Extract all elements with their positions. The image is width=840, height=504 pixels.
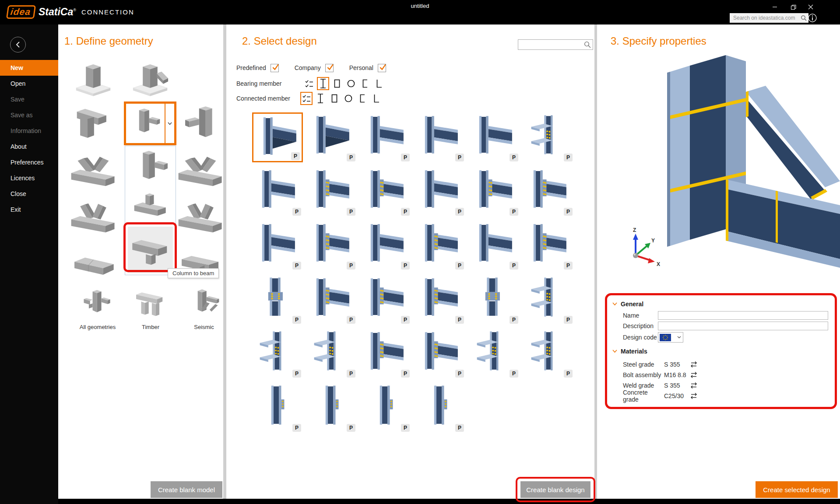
geometry-item-timber[interactable]: Timber (128, 287, 173, 330)
dropdown-item-column-to-beam-continuous[interactable] (128, 227, 173, 273)
connected-angle-profile-icon[interactable] (370, 92, 383, 105)
info-button[interactable] (808, 13, 817, 23)
design-thumbnail[interactable]: P (524, 275, 574, 325)
bearing-channel-profile-icon[interactable] (359, 77, 371, 90)
design-thumbnail[interactable]: P (361, 383, 411, 433)
geometry-item-base-plate-diagonal[interactable] (126, 62, 175, 103)
design-thumbnail[interactable]: P (361, 220, 411, 270)
sidebar-item-exit[interactable]: Exit (0, 202, 58, 217)
bearing-circle-profile-icon[interactable] (345, 77, 357, 90)
geometry-item-column-beam-cross[interactable] (176, 105, 225, 146)
name-input[interactable] (658, 311, 828, 320)
geometry-item-truss[interactable] (69, 149, 118, 190)
design-search-input[interactable] (518, 39, 593, 50)
create-selected-design-button[interactable]: Create selected design (756, 481, 838, 498)
design-thumbnail[interactable]: P (306, 383, 357, 433)
geometry-item-all-geometries[interactable]: All geometries (75, 287, 120, 330)
design-thumbnail[interactable]: P (469, 112, 520, 162)
connection-thumbnail-icon (418, 114, 460, 156)
design-thumbnail[interactable]: P (306, 220, 357, 270)
base-plate-diagonal-icon (126, 62, 175, 103)
design-thumbnail[interactable]: P (252, 220, 303, 270)
general-section-header[interactable]: General (612, 301, 643, 308)
company-checkbox[interactable] (325, 64, 334, 72)
create-blank-design-button[interactable]: Create blank design (520, 481, 590, 498)
design-thumbnail[interactable]: P (306, 329, 357, 378)
design-thumbnail[interactable]: P (306, 275, 357, 325)
concrete-grade-swap-button[interactable] (690, 392, 697, 399)
design-thumbnail[interactable]: P (524, 220, 574, 270)
connected-multiselect-icon[interactable] (300, 92, 313, 105)
design-code-select[interactable] (658, 332, 683, 343)
bolt-assembly-swap-button[interactable] (690, 371, 697, 378)
geometry-item-truss-chevron[interactable] (176, 196, 225, 237)
create-blank-model-button[interactable]: Create blank model (151, 481, 222, 498)
predefined-badge: P (455, 370, 464, 378)
design-thumbnail[interactable]: P (361, 329, 411, 378)
design-thumbnail[interactable]: P (469, 329, 520, 378)
materials-section-header[interactable]: Materials (612, 348, 647, 355)
sidebar-item-open[interactable]: Open (0, 76, 58, 91)
geometry-item-seismic[interactable]: Seismic (181, 287, 227, 330)
weld-grade-swap-button[interactable] (690, 382, 697, 389)
connected-circle-profile-icon[interactable] (342, 92, 355, 105)
bearing-angle-profile-icon[interactable] (373, 77, 385, 90)
steel-grade-swap-button[interactable] (690, 361, 697, 368)
bearing-i-profile-icon[interactable] (317, 77, 329, 90)
design-thumbnail[interactable]: P (361, 275, 411, 325)
design-thumbnail[interactable]: P (524, 167, 574, 217)
minimize-button[interactable] (767, 2, 782, 12)
geometry-item-truss[interactable] (176, 149, 225, 190)
close-icon (808, 4, 813, 10)
design-thumbnail[interactable]: P (415, 167, 466, 217)
design-thumbnail[interactable]: P (306, 112, 357, 162)
sidebar-item-close[interactable]: Close (0, 186, 58, 202)
geometry-item-beam-splice[interactable] (69, 242, 118, 283)
design-thumbnail[interactable]: P (252, 383, 303, 433)
geometry-variant-dropdown-button[interactable] (165, 104, 174, 143)
column-on-beam-icon (128, 190, 173, 225)
design-thumbnail[interactable]: P (524, 329, 574, 378)
geometry-item-column-to-beam-selected[interactable] (124, 102, 176, 145)
design-thumbnail[interactable]: P (415, 329, 466, 378)
design-thumbnail[interactable]: P (415, 112, 466, 162)
design-thumbnail[interactable]: P (252, 112, 303, 162)
web-search-input[interactable]: Search on ideastatica.com (730, 13, 808, 23)
back-button[interactable] (10, 37, 26, 52)
sidebar-item-preferences[interactable]: Preferences (0, 154, 58, 170)
connected-channel-profile-icon[interactable] (356, 92, 369, 105)
design-thumbnail[interactable]: P (469, 167, 520, 217)
3d-viewport[interactable]: Z Y X (597, 50, 840, 290)
design-thumbnail[interactable]: P (415, 383, 466, 433)
design-thumbnail[interactable]: P (252, 329, 303, 378)
connected-i-profile-icon[interactable] (314, 92, 327, 105)
design-thumbnail[interactable]: P (469, 275, 520, 325)
geometry-item-truss-chevron[interactable] (69, 196, 118, 237)
sidebar-item-licences[interactable]: Licences (0, 170, 58, 186)
predefined-checkbox[interactable] (271, 64, 279, 72)
design-thumbnail[interactable]: P (361, 167, 411, 217)
dropdown-item-column-to-beam-side[interactable] (128, 149, 173, 188)
sidebar-item-new[interactable]: New (0, 60, 58, 76)
connected-box-profile-icon[interactable] (328, 92, 341, 105)
close-button[interactable] (803, 2, 818, 12)
geometry-item-knee[interactable] (69, 105, 118, 146)
sidebar-item-about[interactable]: About (0, 139, 58, 154)
design-thumbnail[interactable]: P (252, 167, 303, 217)
design-thumbnail[interactable]: P (524, 112, 574, 162)
geometry-item-base-plate[interactable] (69, 62, 118, 103)
dropdown-item-column-on-beam[interactable] (128, 190, 173, 225)
design-thumbnail[interactable]: P (415, 220, 466, 270)
personal-checkbox[interactable] (378, 64, 386, 72)
description-input[interactable] (658, 322, 828, 330)
design-thumbnail[interactable]: P (252, 275, 303, 325)
design-thumbnail[interactable]: P (469, 220, 520, 270)
design-thumbnail[interactable]: P (415, 275, 466, 325)
geometry-panel-title: 1. Define geometry (64, 35, 153, 47)
design-thumbnail[interactable]: P (306, 167, 357, 217)
bearing-multiselect-icon[interactable] (303, 77, 315, 90)
predefined-badge: P (401, 316, 410, 324)
design-thumbnail[interactable]: P (361, 112, 411, 162)
restore-button[interactable] (786, 2, 801, 12)
bearing-box-profile-icon[interactable] (331, 77, 343, 90)
